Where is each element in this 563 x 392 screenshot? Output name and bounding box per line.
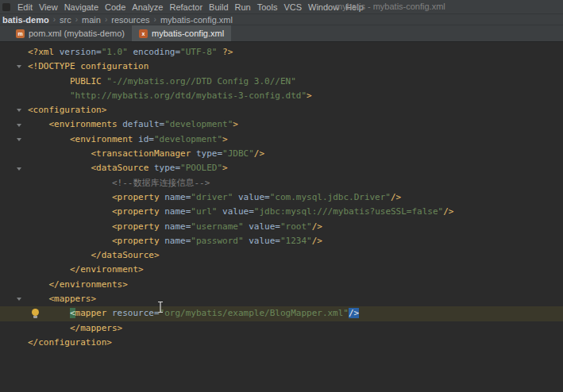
code-line[interactable]: <environments default="development">: [0, 117, 563, 132]
gutter: [0, 336, 28, 350]
breadcrumb-separator-icon: ›: [53, 15, 56, 24]
gutter: [0, 278, 28, 292]
gutter: [0, 306, 28, 321]
window-title: mybatis - mybatis-config.xml: [335, 2, 445, 11]
breadcrumb-item-batis-demo[interactable]: batis-demo: [2, 15, 50, 25]
gutter: [0, 321, 28, 336]
menu-view[interactable]: View: [36, 2, 61, 12]
menu-refactor[interactable]: Refactor: [166, 2, 206, 12]
code-text: <!--数据库连接信息-->: [28, 176, 210, 190]
tab-pom.xml-mybatis-demo-[interactable]: mpom.xml (mybatis-demo): [9, 25, 132, 41]
code-line[interactable]: <mapper resource="org/mybatis/example/Bl…: [0, 306, 563, 321]
menu-analyze[interactable]: Analyze: [129, 2, 166, 12]
code-text: "http://mybatis.org/dtd/mybatis-3-config…: [28, 89, 312, 103]
code-line[interactable]: </configuration>: [0, 336, 563, 350]
tab-label: mybatis-config.xml: [152, 29, 224, 38]
code-line[interactable]: <dataSource type="POOLED">: [0, 161, 563, 175]
app-icon: [2, 3, 10, 11]
editor[interactable]: <?xml version="1.0" encoding="UTF-8" ?><…: [0, 42, 563, 392]
breadcrumb-separator-icon: ›: [154, 15, 156, 24]
gutter: [0, 60, 28, 74]
gutter: [0, 190, 28, 205]
code-line[interactable]: </environments>: [0, 278, 563, 292]
code-line[interactable]: <property name="username" value="root"/>: [0, 220, 563, 234]
menu-navigate[interactable]: Navigate: [61, 2, 102, 12]
tab-mybatis-config.xml[interactable]: xmybatis-config.xml: [132, 25, 231, 41]
breadcrumb-item-resources[interactable]: resources: [110, 15, 150, 25]
code-line[interactable]: <!DOCTYPE configuration: [0, 60, 563, 74]
code-text: <property name="url" value="jdbc:mysql:/…: [28, 205, 453, 219]
gutter: [0, 220, 28, 234]
maven-file-icon: m: [16, 29, 25, 38]
code-text: </dataSource>: [28, 248, 160, 263]
gutter: [0, 103, 28, 117]
menu-vcs[interactable]: VCS: [280, 2, 305, 12]
gutter: [0, 45, 28, 60]
menu-bar: EditViewNavigateCodeAnalyzeRefactorBuild…: [0, 0, 563, 13]
fold-arrow-icon[interactable]: [17, 138, 21, 141]
code-text: <transactionManager type="JDBC"/>: [28, 147, 264, 161]
code-line[interactable]: <property name="driver" value="com.mysql…: [0, 190, 563, 205]
fold-arrow-icon[interactable]: [17, 65, 21, 68]
fold-arrow-icon[interactable]: [17, 124, 21, 127]
gutter: [0, 205, 28, 219]
code-line[interactable]: <property name="url" value="jdbc:mysql:/…: [0, 205, 563, 219]
code-text: <property name="password" value="1234"/>: [28, 234, 322, 248]
fold-arrow-icon[interactable]: [17, 298, 21, 301]
gutter: [0, 147, 28, 161]
mouse-cursor-ibeam: [156, 301, 164, 313]
breadcrumb: batis-demo›src›main›resources›mybatis-co…: [0, 13, 563, 25]
code-text: <environments default="development">: [28, 117, 238, 132]
gutter: [0, 248, 28, 263]
code-text: <property name="driver" value="com.mysql…: [28, 190, 401, 205]
gutter: [0, 117, 28, 132]
code-text: <mapper resource="org/mybatis/example/Bl…: [28, 306, 359, 321]
breadcrumb-item-src[interactable]: src: [59, 15, 72, 25]
gutter: [0, 263, 28, 277]
code-text: </mappers>: [28, 321, 122, 336]
tab-bar: mpom.xml (mybatis-demo)xmybatis-config.x…: [0, 25, 563, 42]
code-line[interactable]: "http://mybatis.org/dtd/mybatis-3-config…: [0, 89, 563, 103]
code-text: PUBLIC "-//mybatis.org//DTD Config 3.0//…: [28, 75, 296, 89]
gutter: [0, 292, 28, 306]
code-text: <environment id="development">: [28, 133, 228, 147]
menu-tools[interactable]: Tools: [254, 2, 281, 12]
breadcrumb-separator-icon: ›: [75, 15, 78, 24]
code-line[interactable]: </mappers>: [0, 321, 563, 336]
gutter: [0, 133, 28, 147]
gutter: [0, 176, 28, 190]
tab-label: pom.xml (mybatis-demo): [29, 29, 125, 38]
breadcrumb-separator-icon: ›: [105, 15, 107, 24]
code-area: <?xml version="1.0" encoding="UTF-8" ?><…: [0, 45, 563, 350]
code-text: <configuration>: [28, 103, 106, 117]
code-line[interactable]: <environment id="development">: [0, 133, 563, 147]
code-line[interactable]: PUBLIC "-//mybatis.org//DTD Config 3.0//…: [0, 75, 563, 89]
menu-run[interactable]: Run: [232, 2, 254, 12]
code-line[interactable]: <transactionManager type="JDBC"/>: [0, 147, 563, 161]
menu-items: EditViewNavigateCodeAnalyzeRefactorBuild…: [14, 2, 367, 12]
gutter: [0, 75, 28, 89]
code-text: <?xml version="1.0" encoding="UTF-8" ?>: [28, 45, 233, 60]
menu-build[interactable]: Build: [206, 2, 231, 12]
menu-code[interactable]: Code: [102, 2, 129, 12]
gutter: [0, 234, 28, 248]
code-line[interactable]: <property name="password" value="1234"/>: [0, 234, 563, 248]
code-line[interactable]: <mappers>: [0, 292, 563, 306]
fold-arrow-icon[interactable]: [17, 109, 21, 112]
code-text: </environment>: [28, 263, 144, 277]
code-text: <dataSource type="POOLED">: [28, 161, 228, 175]
gutter: [0, 161, 28, 175]
code-text: </configuration>: [28, 336, 112, 350]
code-line[interactable]: <!--数据库连接信息-->: [0, 176, 563, 190]
menu-edit[interactable]: Edit: [14, 2, 36, 12]
code-line[interactable]: </environment>: [0, 263, 563, 277]
breadcrumb-item-mybatis-config.xml[interactable]: mybatis-config.xml: [160, 15, 233, 25]
breadcrumb-item-main[interactable]: main: [81, 15, 102, 25]
code-text: <property name="username" value="root"/>: [28, 220, 322, 234]
fold-arrow-icon[interactable]: [17, 167, 21, 171]
code-line[interactable]: <?xml version="1.0" encoding="UTF-8" ?>: [0, 45, 563, 60]
xml-file-icon: x: [139, 29, 148, 38]
code-line[interactable]: <configuration>: [0, 103, 563, 117]
code-line[interactable]: </dataSource>: [0, 248, 563, 263]
code-text: <mappers>: [28, 292, 96, 306]
